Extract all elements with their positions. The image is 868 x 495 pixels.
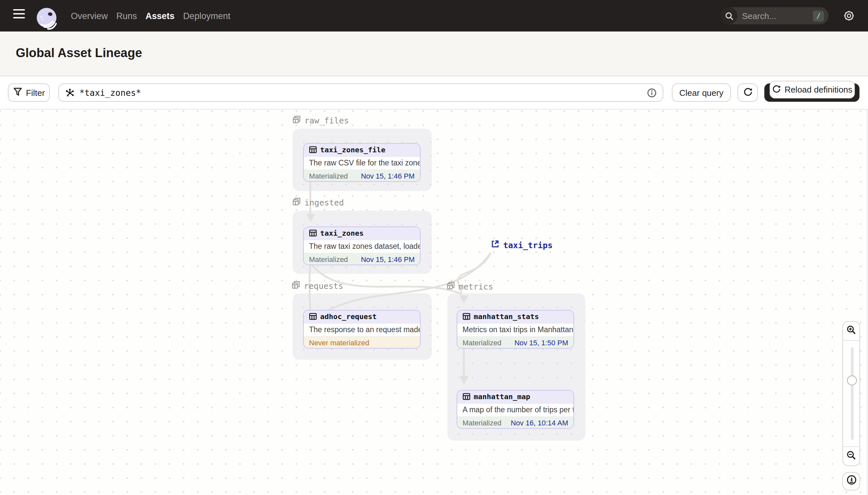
asset-status-row: Materialized Nov 15, 1:46 PM [304, 253, 420, 264]
search-shortcut-badge: / [813, 10, 824, 21]
group-label-raw-files[interactable]: raw_files [293, 114, 349, 126]
status-timestamp: Nov 15, 1:46 PM [361, 255, 415, 263]
table-icon [463, 391, 471, 403]
asset-name: taxi_zones_file [320, 146, 386, 154]
refresh-icon [743, 87, 752, 98]
group-name: metrics [459, 281, 493, 291]
asset-node-manhattan-map[interactable]: manhattan_map A map of the number of tri… [457, 390, 574, 429]
refresh-button[interactable] [738, 83, 758, 102]
table-icon [309, 311, 317, 323]
nav-links: Overview Runs Assets Deployment [71, 0, 230, 32]
asset-status-row: Materialized Nov 15, 1:46 PM [304, 170, 420, 181]
zoom-controls [843, 321, 860, 490]
stacked-table-icon [293, 196, 300, 208]
zoom-out-button[interactable] [843, 447, 860, 465]
hamburger-menu-icon[interactable] [13, 9, 25, 22]
search-placeholder: Search... [742, 11, 813, 21]
filter-funnel-icon [13, 87, 22, 98]
info-icon[interactable] [647, 88, 657, 98]
group-label-requests[interactable]: requests [292, 280, 343, 291]
lineage-query-icon [65, 88, 75, 98]
asset-node-manhattan-stats[interactable]: manhattan_stats Metrics on taxi trips in… [457, 310, 574, 348]
reload-definitions-button[interactable]: Reload definitions [769, 81, 855, 99]
asset-name: taxi_zones [320, 229, 364, 238]
page-title: Global Asset Lineage [16, 46, 142, 61]
asset-node-header: manhattan_stats [457, 310, 573, 323]
status-timestamp: Nov 15, 1:50 PM [514, 338, 568, 346]
asset-description: Metrics on taxi trips in Manhattan [457, 323, 573, 337]
asset-node-header: taxi_zones_file [304, 144, 420, 156]
asset-node-taxi-zones-file[interactable]: taxi_zones_file The raw CSV file for the… [303, 143, 421, 182]
reload-icon [772, 84, 781, 95]
group-label-ingested[interactable]: ingested [293, 196, 344, 208]
stacked-table-icon [447, 280, 455, 292]
nav-item-overview[interactable]: Overview [71, 11, 108, 21]
clear-query-button[interactable]: Clear query [672, 83, 731, 102]
asset-name: manhattan_map [474, 393, 530, 401]
download-icon [846, 475, 856, 488]
nav-item-runs[interactable]: Runs [117, 11, 137, 21]
asset-description: The raw CSV file for the taxi zones dat.… [304, 156, 420, 170]
zoom-in-icon [846, 325, 856, 337]
zoom-slider-handle[interactable] [847, 376, 857, 386]
table-icon [309, 144, 317, 156]
asset-name: adhoc_request [320, 312, 377, 321]
asset-query-input[interactable]: *taxi_zones* [58, 83, 663, 102]
group-name: raw_files [304, 115, 349, 125]
group-name: requests [304, 281, 343, 290]
status-label: Materialized [309, 255, 348, 263]
status-timestamp: Nov 16, 10:14 AM [511, 419, 568, 426]
zoom-in-button[interactable] [843, 322, 860, 340]
asset-node-header: taxi_zones [304, 227, 420, 240]
asset-description: The raw taxi zones dataset, loaded int..… [304, 240, 420, 253]
external-asset-name: taxi_trips [503, 240, 553, 250]
query-value: *taxi_zones* [79, 88, 647, 98]
asset-description: A map of the number of trips per taxi z.… [457, 403, 573, 417]
group-name: ingested [304, 197, 344, 207]
status-label: Materialized [309, 172, 348, 180]
zoom-slider-track[interactable] [851, 347, 853, 440]
asset-status-row: Materialized Nov 16, 10:14 AM [457, 417, 573, 428]
external-link-icon [491, 239, 499, 251]
top-navbar: . Overview Runs Assets Deployment Search… [0, 0, 868, 32]
external-asset-taxi-trips[interactable]: taxi_trips [491, 239, 553, 251]
asset-status-row: Never materialized [304, 337, 420, 348]
dagster-logo[interactable]: . [35, 6, 58, 30]
stacked-table-icon [292, 280, 300, 291]
zoom-out-icon [846, 450, 856, 462]
filter-button-label: Filter [26, 88, 45, 98]
search-icon [720, 7, 738, 24]
global-search[interactable]: Search... / [720, 7, 829, 24]
table-icon [463, 311, 471, 323]
group-label-metrics[interactable]: metrics [447, 280, 493, 292]
asset-node-adhoc-request[interactable]: adhoc_request The response to an request… [303, 310, 421, 348]
nav-item-assets[interactable]: Assets [146, 11, 175, 21]
settings-gear-icon[interactable] [843, 10, 855, 22]
zoom-slider[interactable] [843, 340, 860, 447]
status-timestamp: Nov 15, 1:46 PM [361, 172, 415, 180]
asset-node-header: manhattan_map [457, 391, 573, 403]
lineage-canvas[interactable] [0, 109, 868, 495]
clear-query-label: Clear query [679, 88, 723, 98]
status-label: Materialized [463, 419, 501, 426]
asset-name: manhattan_stats [474, 312, 539, 321]
scrollbar-gutter [866, 109, 868, 495]
asset-status-row: Materialized Nov 15, 1:50 PM [457, 337, 573, 348]
asset-node-taxi-zones[interactable]: taxi_zones The raw taxi zones dataset, l… [303, 226, 421, 265]
nav-item-deployment[interactable]: Deployment [183, 11, 230, 21]
asset-description: The response to an request made in th... [304, 323, 420, 337]
reload-definitions-label: Reload definitions [785, 85, 853, 95]
filter-button[interactable]: Filter [8, 83, 50, 102]
table-icon [309, 227, 317, 239]
status-label: Never materialized [309, 338, 369, 346]
stacked-table-icon [293, 114, 300, 126]
page-header: Global Asset Lineage Reload definitions [0, 32, 868, 76]
status-label: Materialized [463, 338, 501, 346]
lineage-toolbar: Filter *taxi_zones* Clear query Material… [0, 75, 868, 109]
download-view-button[interactable] [843, 472, 860, 490]
asset-node-header: adhoc_request [304, 310, 420, 323]
